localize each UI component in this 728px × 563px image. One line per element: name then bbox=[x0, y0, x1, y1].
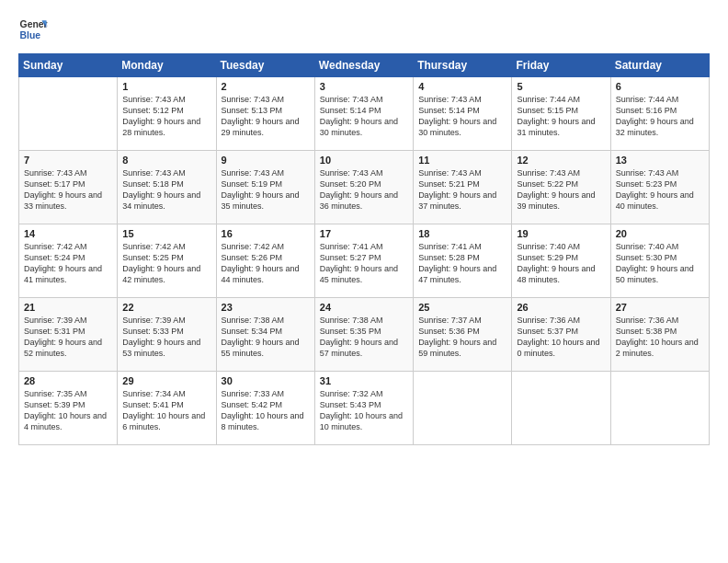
daylight-label: Daylight: 9 hours and 53 minutes. bbox=[122, 338, 200, 358]
day-number: 31 bbox=[320, 375, 409, 386]
sunset-label: Sunset: 5:21 PM bbox=[418, 179, 480, 189]
sunset-label: Sunset: 5:17 PM bbox=[24, 179, 85, 189]
sunset-label: Sunset: 5:25 PM bbox=[122, 253, 184, 262]
col-header-saturday: Saturday bbox=[610, 54, 709, 77]
day-cell: 17 Sunrise: 7:41 AM Sunset: 5:27 PM Dayl… bbox=[314, 224, 413, 298]
sunset-label: Sunset: 5:18 PM bbox=[122, 179, 184, 189]
day-cell: 4 Sunrise: 7:43 AM Sunset: 5:14 PM Dayli… bbox=[414, 77, 512, 151]
week-row-4: 21 Sunrise: 7:39 AM Sunset: 5:31 PM Dayl… bbox=[19, 298, 710, 372]
page: General Blue SundayMondayTuesdayWednesda… bbox=[0, 0, 728, 454]
daylight-label: Daylight: 9 hours and 41 minutes. bbox=[24, 264, 102, 284]
day-number: 5 bbox=[517, 81, 606, 92]
day-number: 22 bbox=[122, 302, 211, 313]
col-header-thursday: Thursday bbox=[414, 54, 512, 77]
sunset-label: Sunset: 5:14 PM bbox=[418, 106, 480, 115]
sunrise-label: Sunrise: 7:39 AM bbox=[24, 316, 87, 325]
daylight-label: Daylight: 9 hours and 35 minutes. bbox=[222, 190, 300, 211]
day-info: Sunrise: 7:36 AM Sunset: 5:37 PM Dayligh… bbox=[517, 315, 606, 360]
sunset-label: Sunset: 5:41 PM bbox=[122, 400, 184, 409]
day-number: 7 bbox=[24, 155, 113, 166]
day-info: Sunrise: 7:39 AM Sunset: 5:33 PM Dayligh… bbox=[122, 315, 211, 360]
day-cell: 16 Sunrise: 7:42 AM Sunset: 5:26 PM Dayl… bbox=[216, 224, 314, 298]
daylight-label: Daylight: 9 hours and 48 minutes. bbox=[517, 264, 595, 284]
daylight-label: Daylight: 9 hours and 59 minutes. bbox=[418, 338, 496, 358]
day-number: 1 bbox=[122, 81, 211, 92]
day-cell: 20 Sunrise: 7:40 AM Sunset: 5:30 PM Dayl… bbox=[610, 224, 709, 298]
day-info: Sunrise: 7:43 AM Sunset: 5:23 PM Dayligh… bbox=[616, 167, 705, 213]
col-header-monday: Monday bbox=[118, 54, 216, 77]
sunset-label: Sunset: 5:26 PM bbox=[222, 253, 283, 262]
sunset-label: Sunset: 5:35 PM bbox=[320, 327, 381, 336]
day-info: Sunrise: 7:43 AM Sunset: 5:18 PM Dayligh… bbox=[122, 167, 211, 213]
daylight-label: Daylight: 9 hours and 40 minutes. bbox=[616, 190, 694, 211]
day-cell: 9 Sunrise: 7:43 AM Sunset: 5:19 PM Dayli… bbox=[216, 151, 314, 224]
day-number: 4 bbox=[418, 81, 507, 92]
day-number: 11 bbox=[418, 155, 507, 166]
sunrise-label: Sunrise: 7:40 AM bbox=[616, 242, 679, 251]
sunset-label: Sunset: 5:13 PM bbox=[222, 106, 283, 115]
sunset-label: Sunset: 5:42 PM bbox=[222, 400, 283, 409]
col-header-tuesday: Tuesday bbox=[216, 54, 314, 77]
sunrise-label: Sunrise: 7:42 AM bbox=[122, 242, 186, 251]
day-number: 26 bbox=[517, 302, 606, 313]
sunrise-label: Sunrise: 7:43 AM bbox=[418, 95, 482, 104]
week-row-2: 7 Sunrise: 7:43 AM Sunset: 5:17 PM Dayli… bbox=[19, 151, 710, 224]
day-number: 17 bbox=[320, 228, 409, 239]
sunrise-label: Sunrise: 7:42 AM bbox=[222, 242, 285, 251]
daylight-label: Daylight: 10 hours and 4 minutes. bbox=[24, 411, 107, 431]
daylight-label: Daylight: 9 hours and 33 minutes. bbox=[24, 190, 102, 211]
day-cell: 13 Sunrise: 7:43 AM Sunset: 5:23 PM Dayl… bbox=[610, 151, 709, 224]
daylight-label: Daylight: 10 hours and 2 minutes. bbox=[616, 338, 699, 358]
sunset-label: Sunset: 5:22 PM bbox=[517, 179, 578, 189]
logo: General Blue bbox=[18, 15, 48, 44]
sunset-label: Sunset: 5:19 PM bbox=[222, 179, 283, 189]
daylight-label: Daylight: 10 hours and 0 minutes. bbox=[517, 338, 599, 358]
day-cell: 28 Sunrise: 7:35 AM Sunset: 5:39 PM Dayl… bbox=[19, 372, 118, 445]
sunset-label: Sunset: 5:20 PM bbox=[320, 179, 381, 189]
day-number: 20 bbox=[616, 228, 705, 239]
day-info: Sunrise: 7:43 AM Sunset: 5:21 PM Dayligh… bbox=[418, 167, 507, 213]
day-cell: 14 Sunrise: 7:42 AM Sunset: 5:24 PM Dayl… bbox=[19, 224, 118, 298]
day-number: 28 bbox=[24, 375, 113, 386]
sunrise-label: Sunrise: 7:43 AM bbox=[122, 95, 186, 104]
day-info: Sunrise: 7:32 AM Sunset: 5:43 PM Dayligh… bbox=[320, 388, 409, 433]
day-number: 29 bbox=[122, 375, 211, 386]
daylight-label: Daylight: 10 hours and 10 minutes. bbox=[320, 411, 403, 431]
sunrise-label: Sunrise: 7:36 AM bbox=[517, 316, 580, 325]
day-cell bbox=[19, 77, 118, 151]
sunset-label: Sunset: 5:31 PM bbox=[24, 327, 85, 336]
day-cell: 12 Sunrise: 7:43 AM Sunset: 5:22 PM Dayl… bbox=[512, 151, 610, 224]
day-info: Sunrise: 7:36 AM Sunset: 5:38 PM Dayligh… bbox=[616, 315, 705, 360]
day-info: Sunrise: 7:35 AM Sunset: 5:39 PM Dayligh… bbox=[24, 388, 113, 433]
sunrise-label: Sunrise: 7:42 AM bbox=[24, 242, 87, 251]
day-info: Sunrise: 7:42 AM Sunset: 5:26 PM Dayligh… bbox=[222, 241, 311, 286]
day-cell: 15 Sunrise: 7:42 AM Sunset: 5:25 PM Dayl… bbox=[118, 224, 216, 298]
header: General Blue bbox=[18, 15, 710, 44]
col-header-sunday: Sunday bbox=[19, 54, 118, 77]
logo-icon: General Blue bbox=[18, 15, 48, 44]
day-number: 18 bbox=[418, 228, 507, 239]
sunrise-label: Sunrise: 7:43 AM bbox=[24, 168, 87, 178]
day-number: 8 bbox=[122, 155, 211, 166]
daylight-label: Daylight: 9 hours and 42 minutes. bbox=[122, 264, 200, 284]
day-cell: 31 Sunrise: 7:32 AM Sunset: 5:43 PM Dayl… bbox=[314, 372, 413, 445]
day-cell bbox=[414, 372, 512, 445]
daylight-label: Daylight: 9 hours and 52 minutes. bbox=[24, 338, 102, 358]
col-header-wednesday: Wednesday bbox=[314, 54, 413, 77]
sunset-label: Sunset: 5:15 PM bbox=[517, 106, 578, 115]
day-number: 15 bbox=[122, 228, 211, 239]
day-info: Sunrise: 7:38 AM Sunset: 5:35 PM Dayligh… bbox=[320, 315, 409, 360]
sunrise-label: Sunrise: 7:43 AM bbox=[222, 168, 285, 178]
day-cell: 30 Sunrise: 7:33 AM Sunset: 5:42 PM Dayl… bbox=[216, 372, 314, 445]
day-info: Sunrise: 7:43 AM Sunset: 5:13 PM Dayligh… bbox=[222, 94, 311, 139]
day-number: 19 bbox=[517, 228, 606, 239]
day-cell: 2 Sunrise: 7:43 AM Sunset: 5:13 PM Dayli… bbox=[216, 77, 314, 151]
sunrise-label: Sunrise: 7:36 AM bbox=[616, 316, 679, 325]
sunrise-label: Sunrise: 7:43 AM bbox=[418, 168, 482, 178]
daylight-label: Daylight: 9 hours and 50 minutes. bbox=[616, 264, 694, 284]
sunrise-label: Sunrise: 7:33 AM bbox=[222, 389, 285, 398]
day-cell: 8 Sunrise: 7:43 AM Sunset: 5:18 PM Dayli… bbox=[118, 151, 216, 224]
sunrise-label: Sunrise: 7:38 AM bbox=[320, 316, 383, 325]
day-cell: 7 Sunrise: 7:43 AM Sunset: 5:17 PM Dayli… bbox=[19, 151, 118, 224]
day-cell: 6 Sunrise: 7:44 AM Sunset: 5:16 PM Dayli… bbox=[610, 77, 709, 151]
